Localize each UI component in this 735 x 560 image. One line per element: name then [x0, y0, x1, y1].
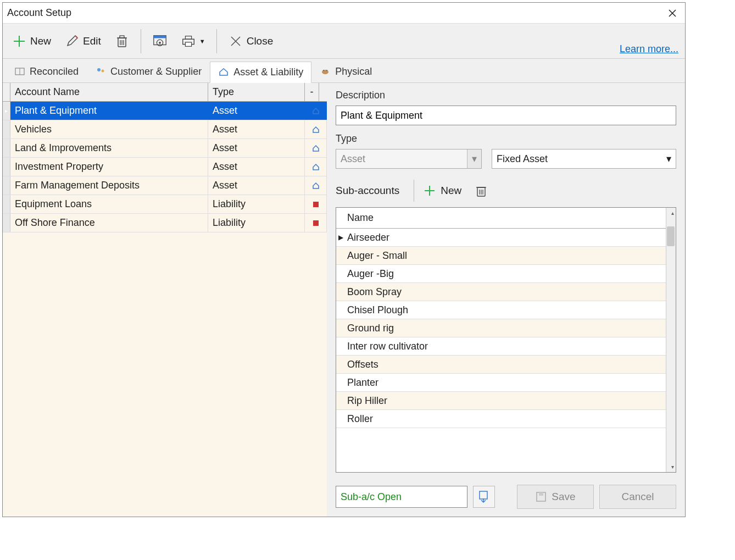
close-button[interactable]: Close: [224, 30, 278, 52]
content-area: Account Name Type - ▸Plant & EquipmentAs…: [3, 83, 685, 517]
table-body: ▸Plant & EquipmentAssetVehiclesAssetLand…: [3, 102, 327, 232]
sub-item-name: Boom Spray: [347, 286, 402, 298]
table-row[interactable]: Equipment LoansLiability: [3, 195, 327, 214]
edit-label: Edit: [83, 35, 101, 47]
type-secondary-select[interactable]: Fixed Asset ▾: [492, 149, 676, 169]
import-button[interactable]: [473, 486, 495, 508]
x-icon: [228, 34, 243, 49]
type-label: Type: [336, 133, 676, 145]
accounts-table: Account Name Type - ▸Plant & EquipmentAs…: [3, 83, 327, 517]
toolbar-separator: [141, 29, 141, 53]
chevron-down-icon: ▾: [661, 149, 676, 168]
sub-ac-open-text: Sub-a/c Open: [341, 491, 402, 503]
sub-list-item[interactable]: Planter: [336, 374, 676, 392]
sub-item-name: Roller: [347, 413, 373, 425]
table-row[interactable]: Off Shore FinanceLiability: [3, 214, 327, 232]
edit-button[interactable]: Edit: [60, 30, 105, 52]
tab-customer-supplier[interactable]: Customer & Supplier: [87, 61, 210, 82]
col-header-type[interactable]: Type: [208, 83, 305, 101]
sub-list-item[interactable]: Rip Hiller: [336, 392, 676, 410]
sub-item-name: Rip Hiller: [347, 395, 387, 407]
scroll-thumb[interactable]: [667, 226, 675, 246]
sub-list-item[interactable]: ▶Airseeder: [336, 229, 676, 247]
description-input[interactable]: [336, 106, 676, 125]
sub-list-item[interactable]: Chisel Plough: [336, 301, 676, 319]
table-row[interactable]: Land & ImprovementsAsset: [3, 139, 327, 158]
trash-icon: [114, 34, 130, 49]
cell-name: Investment Property: [10, 158, 208, 176]
plus-icon: [12, 34, 27, 49]
sub-item-name: Ground rig: [347, 323, 394, 334]
svg-rect-37: [539, 492, 543, 496]
sub-ac-open-field[interactable]: Sub-a/c Open: [336, 486, 467, 508]
table-row[interactable]: Farm Management DepositsAsset: [3, 176, 327, 195]
sub-new-label: New: [441, 185, 461, 197]
scrollbar[interactable]: ▴ ▾: [666, 208, 676, 472]
sub-table-body: ▶AirseederAuger - SmallAuger -BigBoom Sp…: [336, 229, 676, 472]
pencil-icon: [64, 34, 80, 49]
row-type-icon: [305, 120, 327, 138]
dropdown-arrow-icon: ▼: [199, 38, 205, 45]
sub-new-button[interactable]: New: [417, 180, 466, 202]
sub-list-item[interactable]: Offsets: [336, 356, 676, 374]
cell-name: Farm Management Deposits: [10, 176, 208, 195]
col-header-name[interactable]: Account Name: [10, 83, 208, 101]
sub-list-item[interactable]: Auger - Small: [336, 247, 676, 265]
sub-accounts-table: Name ▶AirseederAuger - SmallAuger -BigBo…: [336, 207, 676, 473]
close-icon: [668, 9, 677, 18]
cancel-button[interactable]: Cancel: [599, 485, 676, 509]
delete-button[interactable]: [110, 30, 134, 52]
tab-reconciled[interactable]: Reconciled: [6, 61, 87, 82]
cell-type: Asset: [208, 120, 305, 138]
cancel-label: Cancel: [621, 491, 654, 503]
type-primary-select[interactable]: Asset ▾: [336, 149, 482, 169]
svg-rect-15: [185, 36, 191, 39]
book-icon: [14, 67, 25, 77]
sub-list-item[interactable]: Boom Spray: [336, 283, 676, 301]
save-button[interactable]: Save: [517, 485, 594, 509]
learn-more-link[interactable]: Learn more...: [620, 43, 678, 55]
sub-list-item[interactable]: Inter row cultivator: [336, 337, 676, 356]
svg-rect-26: [313, 202, 319, 207]
sub-list-item[interactable]: Roller: [336, 410, 676, 428]
save-label: Save: [552, 491, 575, 503]
sub-list-item[interactable]: Ground rig: [336, 319, 676, 337]
house-icon: [218, 68, 229, 77]
table-row[interactable]: VehiclesAsset: [3, 120, 327, 139]
sub-delete-button[interactable]: [469, 180, 493, 202]
sub-col-header-name[interactable]: Name: [336, 208, 676, 229]
table-header: Account Name Type -: [3, 83, 327, 102]
description-label: Description: [336, 90, 676, 101]
tab-label: Asset & Liability: [233, 66, 303, 78]
cell-name: Vehicles: [10, 120, 208, 138]
svg-point-25: [326, 70, 327, 71]
account-setup-window: Account Setup New Edit: [2, 2, 686, 517]
tab-label: Physical: [335, 66, 372, 77]
row-type-icon: [305, 158, 327, 176]
print-button[interactable]: ▼: [176, 30, 210, 52]
cow-icon: [320, 67, 331, 77]
cell-name: Plant & Equipment: [10, 102, 208, 120]
svg-point-22: [102, 69, 104, 72]
new-button[interactable]: New: [7, 30, 55, 52]
col-header-dash[interactable]: -: [305, 83, 319, 101]
import-icon: [477, 490, 491, 504]
svg-rect-35: [480, 491, 487, 499]
table-empty-area: [3, 232, 327, 517]
detail-pane: Description Type Asset ▾ Fixed Asset ▾ S…: [327, 83, 685, 517]
close-label: Close: [247, 35, 274, 47]
tab-asset-liability[interactable]: Asset & Liability: [210, 62, 311, 83]
scroll-down-icon: ▾: [671, 464, 674, 470]
cell-type: Asset: [208, 102, 305, 120]
sub-list-item[interactable]: Auger -Big: [336, 265, 676, 283]
tab-physical[interactable]: Physical: [311, 61, 380, 82]
sub-accounts-header: Sub-accounts New: [336, 179, 676, 203]
people-icon: [95, 67, 106, 77]
table-row[interactable]: Investment PropertyAsset: [3, 158, 327, 176]
settings-button[interactable]: [148, 30, 172, 52]
window-close-button[interactable]: [664, 5, 681, 21]
sub-item-name: Auger -Big: [347, 268, 394, 280]
table-row[interactable]: ▸Plant & EquipmentAsset: [3, 102, 327, 120]
svg-rect-16: [185, 42, 191, 46]
svg-point-23: [322, 70, 328, 74]
